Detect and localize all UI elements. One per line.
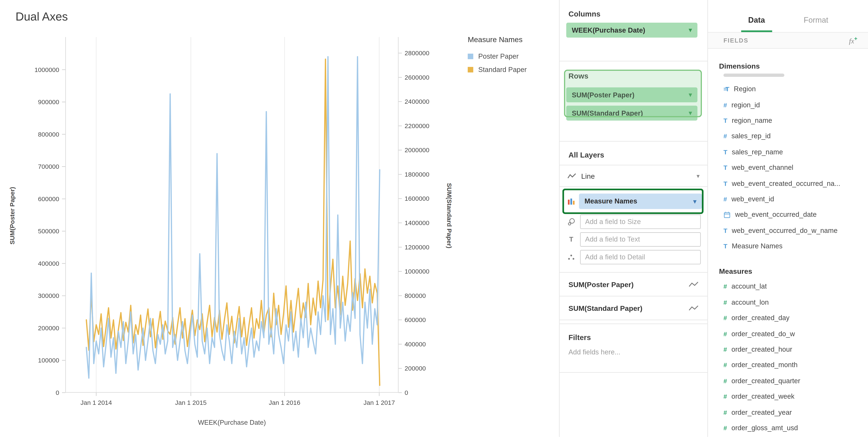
pill-sum-poster-paper[interactable]: SUM(Poster Paper) ▾ [566,88,698,102]
app-root: Dual Axes SUM(Poster Paper) SUM(Standard… [0,0,868,437]
chevron-down-icon[interactable]: ▾ [689,109,692,117]
field-item[interactable]: Tsales_rep_name [708,144,868,160]
create-calculation-icon[interactable]: fx+ [849,35,858,45]
measures-list: #account_lat#account_lon#order_created_d… [708,279,868,436]
text-icon: T [566,235,576,243]
text-field-input[interactable] [580,232,701,246]
layer-sum-poster-paper[interactable]: SUM(Poster Paper) [560,273,707,296]
chart-title: Dual Axes [16,10,68,23]
chevron-down-icon[interactable]: ▾ [693,198,696,205]
dimensions-list: =TRegion#region_idTregion_name#sales_rep… [708,81,868,254]
field-item[interactable]: #order_created_month [708,358,868,373]
all-layers-card: All Layers Line ▾ Measure Names ▾ [560,141,707,324]
field-item[interactable]: Tweb_event_channel [708,160,868,175]
svg-text:Jan 1 2017: Jan 1 2017 [364,399,395,406]
visualization-pane: Dual Axes SUM(Poster Paper) SUM(Standard… [0,0,559,437]
field-item[interactable]: #order_gloss_amt_usd [708,420,868,436]
field-item[interactable]: Tregion_name [708,113,868,128]
fields-label: FIELDS [723,37,748,44]
filters-header: Filters [568,333,699,342]
field-item[interactable]: web_event_occurred_date [708,207,868,223]
svg-text:800000: 800000 [38,131,59,138]
number-icon: # [723,315,727,322]
svg-text:100000: 100000 [38,357,59,364]
text-icon: T [723,164,727,171]
pill-label: SUM(Standard Paper) [572,109,643,117]
text-icon: T [723,148,727,155]
number-icon: # [723,331,727,337]
line-chart-icon [688,305,699,311]
svg-text:0: 0 [405,389,408,396]
detail-icon [566,254,576,260]
layer-list: SUM(Poster Paper) SUM(Standard Paper) [560,272,707,320]
number-icon: # [723,393,727,400]
svg-text:1000000: 1000000 [35,66,59,73]
pill-measure-names-color[interactable]: Measure Names ▾ [579,194,702,209]
svg-text:1600000: 1600000 [405,195,429,202]
field-item[interactable]: #web_event_id [708,191,868,207]
field-item[interactable]: #region_id [708,97,868,113]
field-item[interactable]: #order_created_hour [708,342,868,358]
size-field-input[interactable] [580,214,701,229]
layer-sum-standard-paper[interactable]: SUM(Standard Paper) [560,296,707,320]
legend-label: Standard Paper [478,66,527,74]
mark-type-dropdown[interactable]: Line ▾ [560,165,707,187]
data-panel: Data Format FIELDS fx+ Dimensions =TRegi… [707,0,868,437]
rows-shelf: Rows SUM(Poster Paper) ▾ SUM(Standard Pa… [560,61,707,141]
legend-swatch-standard [468,67,473,72]
svg-text:1200000: 1200000 [405,244,429,251]
text-icon: T [723,243,727,249]
left-axis-title: SUM(Poster Paper) [9,187,16,244]
svg-text:600000: 600000 [405,316,426,323]
chevron-down-icon[interactable]: ▾ [689,91,692,98]
shelves-panel: Columns WEEK(Purchase Date) ▾ Rows SUM(P… [559,0,707,437]
clipped-field-item [723,73,784,77]
svg-text:400000: 400000 [405,341,426,348]
svg-text:2200000: 2200000 [405,122,429,129]
field-item[interactable]: =TRegion [708,81,868,97]
svg-text:700000: 700000 [38,163,59,170]
field-item[interactable]: Tweb_event_created_occurred_na... [708,175,868,191]
all-layers-header: All Layers [568,151,699,159]
field-item[interactable]: #order_created_week [708,389,868,404]
field-item[interactable]: TMeasure Names [708,238,868,254]
fields-bar: FIELDS fx+ [708,32,868,48]
legend-swatch-poster [468,54,473,59]
svg-text:500000: 500000 [38,228,59,235]
pill-sum-standard-paper[interactable]: SUM(Standard Paper) ▾ [566,106,698,121]
number-icon: # [723,299,727,306]
right-axis-title: SUM(Standard Paper) [446,183,453,248]
field-item[interactable]: #order_created_quarter [708,373,868,389]
field-item[interactable]: #order_created_day [708,310,868,326]
pill-week-purchase-date[interactable]: WEEK(Purchase Date) ▾ [566,23,698,38]
svg-text:2600000: 2600000 [405,74,429,81]
measures-header: Measures [719,267,868,275]
date-icon [723,211,731,218]
line-chart-icon [688,281,699,288]
dimensions-header: Dimensions [719,62,868,70]
number-icon: # [723,196,727,202]
size-icon [566,217,576,226]
tab-data[interactable]: Data [741,15,772,32]
number-icon: # [723,425,727,431]
field-item[interactable]: #account_lat [708,279,868,295]
legend-item-standard[interactable]: Standard Paper [468,66,527,74]
svg-text:200000: 200000 [405,365,426,372]
pill-label: WEEK(Purchase Date) [572,26,645,34]
number-icon: # [723,362,727,368]
svg-text:1800000: 1800000 [405,171,429,178]
legend-item-poster[interactable]: Poster Paper [468,53,527,60]
filters-placeholder[interactable]: Add fields here... [568,348,699,356]
field-item[interactable]: Tweb_event_occurred_do_w_name [708,223,868,238]
mark-type-label: Line [581,172,595,180]
number-icon: # [723,409,727,415]
detail-field-input[interactable] [580,249,701,264]
chevron-down-icon[interactable]: ▾ [689,27,692,34]
number-icon: # [723,346,727,353]
field-item[interactable]: #order_created_year [708,404,868,420]
field-item[interactable]: #order_created_do_w [708,326,868,342]
tab-format[interactable]: Format [797,15,836,32]
field-item[interactable]: #account_lon [708,295,868,310]
detail-shelf-row [566,249,701,264]
field-item[interactable]: #sales_rep_id [708,128,868,144]
